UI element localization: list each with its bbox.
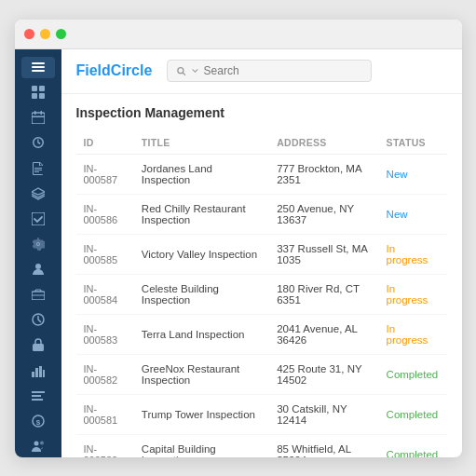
svg-rect-5 <box>32 93 37 99</box>
cell-status: Completed <box>379 434 447 457</box>
status-badge: In progress <box>387 323 428 346</box>
maximize-button[interactable] <box>56 29 66 39</box>
svg-rect-20 <box>43 370 45 377</box>
svg-rect-4 <box>39 86 45 91</box>
cell-title: Jordanes Land Inspection <box>134 154 269 194</box>
cell-title: Terra Land Inspection <box>134 314 269 354</box>
minimize-button[interactable] <box>40 29 50 39</box>
svg-rect-6 <box>39 93 45 99</box>
svg-rect-8 <box>34 111 36 115</box>
people-icon[interactable] <box>21 435 55 456</box>
cell-status: New <box>379 194 447 234</box>
logo: FieldCircle <box>76 62 153 79</box>
cell-address: 180 River Rd, CT 6351 <box>269 274 378 314</box>
svg-rect-21 <box>32 391 45 393</box>
table-row[interactable]: IN-000583Terra Land Inspection2041 Avenu… <box>76 314 447 354</box>
table-row[interactable]: IN-000584Celeste Building Inspection180 … <box>76 274 447 314</box>
search-input[interactable] <box>204 64 362 77</box>
col-title: TITLE <box>134 131 269 155</box>
svg-point-26 <box>34 441 38 445</box>
logo-circle: Circle <box>111 62 152 78</box>
cell-id: IN-000585 <box>76 234 134 274</box>
cell-title: Victory Valley Inspection <box>134 234 269 274</box>
status-badge: New <box>387 209 408 220</box>
status-badge: In progress <box>387 283 428 306</box>
svg-rect-18 <box>35 368 38 377</box>
svg-rect-1 <box>32 66 45 68</box>
cell-status: In progress <box>379 234 447 274</box>
cell-id: IN-000580 <box>76 434 134 457</box>
svg-rect-9 <box>40 111 42 115</box>
bars-icon[interactable] <box>21 385 55 406</box>
clock-icon[interactable] <box>21 309 55 331</box>
grid-icon[interactable] <box>21 82 55 103</box>
status-badge: New <box>387 169 408 180</box>
briefcase-icon[interactable] <box>21 284 55 306</box>
sidebar: $ <box>15 49 61 457</box>
cell-status: In progress <box>379 274 447 314</box>
titlebar <box>15 20 462 49</box>
svg-rect-3 <box>32 86 37 91</box>
svg-point-12 <box>35 264 41 269</box>
topbar: FieldCircle <box>61 49 462 94</box>
table-header-row: ID TITLE ADDRESS STATUS <box>76 131 447 155</box>
history-icon[interactable] <box>21 132 55 154</box>
cell-address: 250 Avenue, NY 13637 <box>269 194 378 234</box>
cell-id: IN-000587 <box>76 154 134 194</box>
coin-icon[interactable]: $ <box>21 410 55 431</box>
svg-text:$: $ <box>35 418 40 427</box>
table-row[interactable]: IN-000582GreeNox Restaurant Inspection42… <box>76 354 447 394</box>
cell-status: Completed <box>379 394 447 434</box>
checkbox-icon[interactable] <box>21 208 55 229</box>
search-bar[interactable] <box>167 60 372 82</box>
table-row[interactable]: IN-000581Trump Tower Inspection30 Catski… <box>76 394 447 434</box>
status-badge: Completed <box>387 409 439 420</box>
cell-id: IN-000583 <box>76 314 134 354</box>
cell-address: 425 Route 31, NY 14502 <box>269 354 378 394</box>
table-row[interactable]: IN-000586Red Chilly Restaurant Inspectio… <box>76 194 447 234</box>
svg-rect-10 <box>32 116 45 118</box>
dropdown-icon[interactable] <box>192 67 198 75</box>
cell-status: Completed <box>379 354 447 394</box>
table-row[interactable]: IN-000580Capital Building Inspection85 W… <box>76 434 447 457</box>
cell-title: Trump Tower Inspection <box>134 394 269 434</box>
gear-icon[interactable] <box>21 233 55 254</box>
cell-id: IN-000586 <box>76 194 134 234</box>
document-icon[interactable] <box>21 157 55 179</box>
status-badge: Completed <box>387 449 439 457</box>
col-address: ADDRESS <box>269 131 378 155</box>
svg-rect-2 <box>32 70 45 72</box>
menu-icon[interactable] <box>21 57 55 78</box>
content-area: $ FieldCircle <box>15 49 462 457</box>
svg-rect-7 <box>32 113 45 124</box>
cell-id: IN-000584 <box>76 274 134 314</box>
svg-rect-22 <box>32 395 41 397</box>
search-icon <box>177 66 185 76</box>
cell-title: Red Chilly Restaurant Inspection <box>134 194 269 234</box>
user-icon[interactable] <box>21 259 55 280</box>
close-button[interactable] <box>24 29 34 39</box>
page-content: Inspection Management ID TITLE ADDRESS S… <box>61 94 462 457</box>
cell-status: New <box>379 154 447 194</box>
svg-rect-16 <box>33 344 44 351</box>
table-row[interactable]: IN-000585Victory Valley Inspection337 Ru… <box>76 234 447 274</box>
cell-address: 777 Brockton, MA 2351 <box>269 154 378 194</box>
layers-icon[interactable] <box>21 183 55 204</box>
table-row[interactable]: IN-000587Jordanes Land Inspection777 Bro… <box>76 154 447 194</box>
main-content: FieldCircle Inspection Management <box>61 49 462 457</box>
cell-title: GreeNox Restaurant Inspection <box>134 354 269 394</box>
inspections-table: ID TITLE ADDRESS STATUS IN-000587Jordane… <box>76 131 447 457</box>
cell-address: 2041 Avenue, AL 36426 <box>269 314 378 354</box>
main-window: $ FieldCircle <box>15 20 462 457</box>
svg-rect-0 <box>32 62 45 64</box>
cell-id: IN-000582 <box>76 354 134 394</box>
chart-bar-icon[interactable] <box>21 360 55 381</box>
cell-title: Capital Building Inspection <box>134 434 269 457</box>
lock-icon[interactable] <box>21 334 55 356</box>
cell-address: 85 Whitfield, AL 35094 <box>269 434 378 457</box>
cell-title: Celeste Building Inspection <box>134 274 269 314</box>
svg-rect-23 <box>32 399 43 401</box>
status-badge: In progress <box>387 243 428 265</box>
calendar-icon[interactable] <box>21 107 55 129</box>
logo-field: Field <box>76 62 111 78</box>
